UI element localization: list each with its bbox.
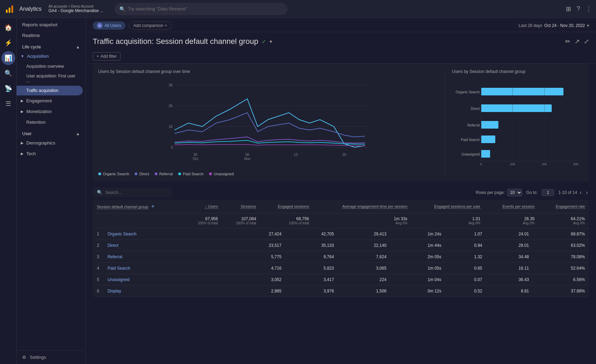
- add-filter-btn[interactable]: + Add filter: [93, 52, 120, 60]
- text-sidebar: Reports snapshot Realtime Life cycle ▲ ▼…: [17, 18, 85, 364]
- sidebar-user-acquisition[interactable]: User acquisition: First user ...: [17, 71, 83, 86]
- realtime-icon-sidebar[interactable]: ⚡: [1, 36, 15, 50]
- explore-icon-sidebar[interactable]: 🔍: [1, 66, 15, 80]
- sidebar-acquisition-group[interactable]: ▼ Acquisition: [17, 51, 85, 62]
- col-engaged-per-user[interactable]: Engaged sessions per user: [412, 200, 485, 213]
- filter-plus-icon: +: [97, 54, 99, 59]
- next-page-button[interactable]: ›: [585, 189, 589, 196]
- table-search-container: 🔍: [93, 188, 172, 197]
- all-users-chip[interactable]: A All Users: [93, 21, 125, 30]
- acquisition-group-label: Acquisition: [27, 54, 49, 59]
- edit-icon[interactable]: ✏: [565, 38, 570, 45]
- help-icon[interactable]: ?: [577, 5, 580, 12]
- totals-engagement-rate: 64.21% Avg 0%: [539, 213, 589, 228]
- acquisition-overview-label: Acquisition overview: [26, 64, 64, 69]
- monetization-group-label: Monetization: [26, 109, 52, 114]
- configure-icon-sidebar[interactable]: ☰: [1, 97, 15, 111]
- legend-direct: Direct: [135, 172, 149, 176]
- engagement-group-label: Engagement: [26, 98, 52, 103]
- all-users-label: All Users: [105, 23, 121, 28]
- row-channel: Unassigned: [103, 274, 233, 286]
- row-users: 23,517: [233, 240, 286, 251]
- row-avg-engagement: 1m 44s: [391, 240, 445, 251]
- prev-page-button[interactable]: ‹: [578, 189, 583, 196]
- row-engaged-per-user: 1.32: [445, 251, 486, 263]
- retention-label: Retention: [26, 120, 46, 125]
- row-avg-engagement: 2m 05s: [391, 251, 445, 263]
- grid-icon[interactable]: ⊞: [566, 5, 571, 13]
- col-sessions[interactable]: Sessions: [222, 200, 260, 213]
- sidebar-demographics-group[interactable]: ▶ Demographics: [17, 138, 85, 148]
- menu-icon[interactable]: ⋮: [586, 5, 592, 13]
- svg-rect-2: [11, 6, 13, 13]
- data-rows-table: 1 Organic Search 27,424 42,705 29,413 1m…: [93, 228, 589, 297]
- row-engaged-sessions: 29,413: [338, 228, 391, 240]
- col-engagement-rate[interactable]: Engagement rate: [539, 200, 589, 213]
- row-engaged-sessions: 1,506: [338, 286, 391, 297]
- rows-per-page-select[interactable]: 10 25 50: [507, 189, 522, 196]
- rows-per-page-label: Rows per page:: [476, 190, 505, 195]
- row-sessions: 3,417: [286, 274, 338, 286]
- sidebar-engagement-group[interactable]: ▶ Engagement: [17, 95, 85, 106]
- breadcrumb: All accounts > Demo Account GA4 - Google…: [48, 4, 103, 13]
- row-rank: 2: [93, 240, 103, 251]
- home-icon-sidebar[interactable]: 🏠: [1, 21, 15, 35]
- sidebar-lifecycle-header[interactable]: Life cycle ▲: [17, 41, 85, 51]
- app-logo[interactable]: [4, 3, 15, 15]
- search-bar[interactable]: 🔍: [115, 3, 288, 15]
- totals-channel: [93, 213, 184, 228]
- row-sessions: 5,823: [286, 263, 338, 274]
- sidebar-tech-group[interactable]: ▶ Tech: [17, 148, 85, 159]
- sidebar-monetization-group[interactable]: ▶ Monetization: [17, 106, 85, 117]
- search-input[interactable]: [128, 6, 283, 11]
- advertising-icon-sidebar[interactable]: 📡: [1, 82, 15, 95]
- sidebar-acquisition-overview[interactable]: Acquisition overview: [17, 62, 83, 71]
- totals-avg-engagement: 1m 33s Avg 0%: [313, 213, 412, 228]
- filter-bar: + Add filter: [86, 49, 596, 64]
- row-channel: Paid Search: [103, 263, 233, 274]
- date-range: Last 28 days Oct 24 - Nov 20, 2022 ▾: [519, 23, 589, 28]
- col-avg-engagement[interactable]: Average engagement time per session: [313, 200, 412, 213]
- row-engaged-per-user: 0.94: [445, 240, 486, 251]
- col-channel[interactable]: Session default channel group +: [93, 200, 184, 213]
- table-toolbar: 🔍 Rows per page: 10 25 50 Go to:: [93, 185, 589, 200]
- line-chart-svg: 3K 2K 1K 0 30 Oct 06 Nov 13 20: [98, 78, 438, 168]
- row-sessions: 3,976: [286, 286, 338, 297]
- col-users[interactable]: ↓ Users: [184, 200, 222, 213]
- share-icon[interactable]: ↗: [575, 38, 580, 45]
- add-comparison-btn[interactable]: Add comparison +: [129, 21, 172, 30]
- goto-input[interactable]: [542, 189, 554, 196]
- date-range-label: Last 28 days: [519, 23, 542, 28]
- report-title-text: Traffic acquisition: Session default cha…: [93, 37, 258, 46]
- svg-text:Unassigned: Unassigned: [461, 152, 480, 156]
- settings-label: Settings: [30, 355, 46, 360]
- col-events-per-session[interactable]: Events per session: [485, 200, 539, 213]
- row-engaged-sessions: 7,624: [338, 251, 391, 263]
- monetization-expand-icon: ▶: [21, 110, 24, 113]
- sidebar-reports-snapshot[interactable]: Reports snapshot: [17, 19, 83, 30]
- col-engaged-sessions[interactable]: Engaged sessions: [260, 200, 313, 213]
- date-range-dates: Oct 24 - Nov 20, 2022: [544, 23, 585, 28]
- svg-text:0: 0: [171, 146, 173, 149]
- row-rank: 4: [93, 263, 103, 274]
- report-title-dropdown-icon[interactable]: ▾: [270, 39, 272, 44]
- svg-text:06: 06: [245, 153, 250, 157]
- table-pagination: Rows per page: 10 25 50 Go to: 1-10 of 1…: [476, 189, 589, 196]
- sidebar-realtime[interactable]: Realtime: [17, 30, 83, 41]
- more-icon[interactable]: ⤢: [584, 38, 589, 45]
- sidebar-user-header[interactable]: User ▲: [17, 128, 85, 138]
- row-channel: Direct: [103, 240, 233, 251]
- row-channel: Organic Search: [103, 228, 233, 240]
- sidebar-settings[interactable]: ⚙ Settings: [17, 350, 84, 364]
- row-users: 3,052: [233, 274, 286, 286]
- table-totals-row: 67,956 100% of total 107,084 100% of tot…: [93, 213, 589, 228]
- row-events-per-session: 8.81: [486, 286, 533, 297]
- line-chart-area: Users by Session default channel group o…: [98, 69, 438, 176]
- date-range-chevron-icon[interactable]: ▾: [587, 23, 589, 28]
- table-search-input[interactable]: [105, 190, 168, 195]
- add-column-button[interactable]: +: [149, 203, 156, 209]
- sidebar-retention[interactable]: Retention: [17, 117, 83, 128]
- reports-icon-sidebar[interactable]: 📊: [1, 51, 15, 65]
- sidebar-traffic-acquisition[interactable]: Traffic acquisition: [17, 86, 83, 95]
- pagination-range: 1-10 of 14: [558, 190, 577, 195]
